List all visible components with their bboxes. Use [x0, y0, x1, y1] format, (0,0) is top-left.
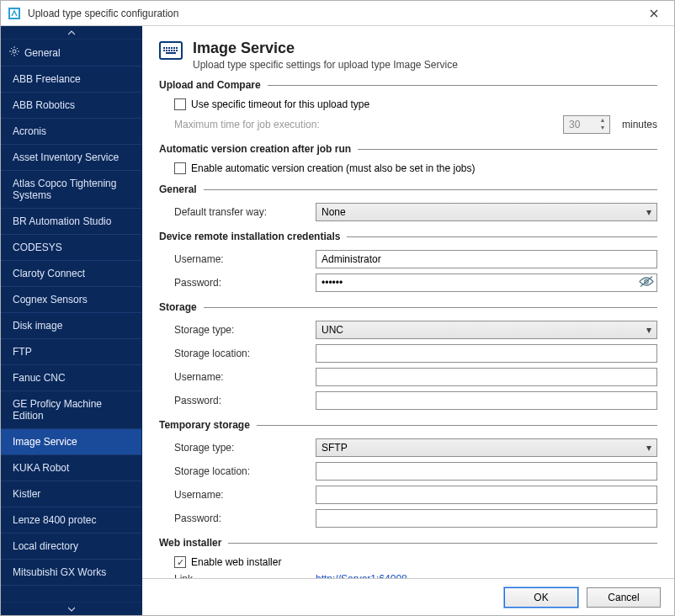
sidebar-item-label: Local directory — [13, 540, 78, 552]
sidebar-item-label: BR Automation Studio — [13, 215, 111, 227]
storage-type-select[interactable]: UNC▾ — [316, 321, 657, 339]
svg-rect-19 — [171, 50, 173, 51]
sidebar-item-label: Claroty Connect — [13, 268, 85, 279]
svg-line-9 — [11, 54, 12, 55]
chevron-up-icon — [68, 30, 75, 35]
sidebar-scroll-down[interactable] — [1, 602, 142, 615]
section-legend: Automatic version creation after job run — [159, 143, 351, 155]
section-legend: Storage — [159, 301, 197, 313]
sidebar-item-label: CODESYS — [13, 242, 62, 253]
checkbox-label: Use specific timeout for this upload typ… — [191, 98, 369, 110]
section-credentials: Device remote installation credentials U… — [159, 231, 657, 295]
spinner-down-icon[interactable]: ▼ — [596, 124, 609, 131]
sidebar-item-label: ABB Robotics — [13, 99, 75, 111]
transfer-way-label: Default transfer way: — [174, 206, 309, 218]
temp-storage-location-input[interactable] — [316, 462, 657, 481]
checkbox-label: Enable automatic version creation (must … — [191, 162, 476, 174]
keyboard-icon — [159, 41, 183, 60]
svg-rect-18 — [168, 50, 170, 51]
storage-type-label: Storage type: — [174, 324, 309, 336]
sidebar-item[interactable]: Cognex Sensors — [1, 287, 141, 313]
sidebar-item[interactable]: FTP — [1, 339, 141, 365]
section-temp-storage: Temporary storage Storage type: SFTP▾ St… — [159, 419, 657, 530]
temp-storage-username-label: Username: — [174, 489, 309, 501]
sidebar-item[interactable]: Mitsubishi GX Works — [1, 560, 141, 586]
password-input[interactable] — [316, 273, 657, 292]
sidebar-item[interactable]: Claroty Connect — [1, 261, 141, 287]
checkbox-label: Enable web installer — [191, 556, 281, 568]
use-specific-timeout-checkbox[interactable]: Use specific timeout for this upload typ… — [174, 98, 369, 110]
sidebar-item[interactable]: Kistler — [1, 481, 141, 507]
svg-rect-10 — [163, 47, 165, 49]
sidebar-item-image-service[interactable]: Image Service — [1, 429, 141, 455]
content: Image Service Upload type specific setti… — [142, 26, 674, 578]
window: Upload type specific configuration Gener… — [0, 0, 675, 616]
sidebar-item[interactable]: Acronis — [1, 119, 141, 145]
sidebar-item-label: Cognex Sensors — [13, 294, 88, 305]
main: Image Service Upload type specific setti… — [142, 26, 674, 615]
svg-rect-14 — [173, 47, 175, 49]
sidebar-item[interactable]: Fanuc CNC — [1, 365, 141, 391]
section-web-installer: Web installer ✓ Enable web installer Lin… — [159, 537, 657, 578]
sidebar-item[interactable]: Atlas Copco Tightening Systems — [1, 171, 141, 209]
temp-storage-type-label: Storage type: — [174, 442, 309, 454]
storage-username-input[interactable] — [316, 368, 657, 386]
storage-password-label: Password: — [174, 395, 309, 406]
svg-line-7 — [17, 54, 18, 55]
sidebar-item[interactable]: ABB Freelance — [1, 66, 141, 93]
section-general: General Default transfer way: None ▾ — [159, 183, 657, 224]
titlebar: Upload type specific configuration — [1, 1, 674, 26]
sidebar-item[interactable]: Lenze 8400 protec — [1, 507, 141, 534]
storage-location-input[interactable] — [316, 344, 657, 363]
sidebar-item-label: ABB Freelance — [13, 73, 81, 85]
timeout-stepper[interactable]: 30 ▲▼ — [563, 115, 610, 134]
sidebar-item[interactable]: BR Automation Studio — [1, 209, 141, 235]
password-label: Password: — [174, 277, 309, 289]
svg-rect-13 — [171, 47, 173, 49]
sidebar-item[interactable]: CODESYS — [1, 235, 141, 261]
username-input[interactable] — [316, 250, 657, 268]
close-button[interactable] — [637, 2, 671, 25]
sidebar-item[interactable]: GE Proficy Machine Edition — [1, 391, 141, 429]
chevron-down-icon — [68, 607, 75, 612]
transfer-way-select[interactable]: None ▾ — [316, 203, 657, 221]
eye-off-icon[interactable] — [639, 276, 654, 290]
enable-auto-version-checkbox[interactable]: Enable automatic version creation (must … — [174, 162, 476, 174]
sidebar-item-label: GE Proficy Machine Edition — [13, 398, 133, 422]
storage-username-label: Username: — [174, 371, 309, 383]
timeout-unit: minutes — [622, 119, 657, 130]
page-header: Image Service Upload type specific setti… — [159, 40, 657, 71]
sidebar: General ABB Freelance ABB Robotics Acron… — [1, 26, 142, 615]
sidebar-item[interactable]: Asset Inventory Service — [1, 145, 141, 171]
page-subtitle: Upload type specific settings for upload… — [193, 59, 458, 71]
svg-point-1 — [13, 50, 16, 53]
checkbox-icon — [174, 98, 186, 110]
sidebar-scroll-up[interactable] — [1, 26, 142, 40]
sidebar-item[interactable]: ABB Robotics — [1, 93, 141, 119]
svg-rect-15 — [176, 47, 178, 49]
sidebar-item[interactable]: Disk image — [1, 313, 141, 339]
cancel-button[interactable]: Cancel — [587, 587, 661, 608]
window-title: Upload type specific configuration — [28, 8, 637, 19]
ok-button[interactable]: OK — [504, 587, 578, 608]
enable-web-installer-checkbox[interactable]: ✓ Enable web installer — [174, 556, 281, 568]
username-label: Username: — [174, 253, 309, 265]
select-value: SFTP — [322, 442, 348, 454]
sidebar-item-general[interactable]: General — [1, 40, 141, 66]
sidebar-item[interactable]: Local directory — [1, 534, 141, 560]
sidebar-item-label: Image Service — [13, 436, 77, 448]
temp-storage-password-input[interactable] — [316, 509, 657, 528]
storage-location-label: Storage location: — [174, 348, 309, 359]
sidebar-item-label: Atlas Copco Tightening Systems — [13, 178, 133, 201]
sidebar-item-label: FTP — [13, 346, 32, 358]
svg-rect-17 — [166, 50, 167, 51]
svg-line-8 — [17, 48, 18, 49]
chevron-down-icon: ▾ — [641, 324, 651, 336]
sidebar-item[interactable]: KUKA Robot — [1, 455, 141, 481]
sidebar-items: General ABB Freelance ABB Robotics Acron… — [1, 40, 142, 602]
temp-storage-username-input[interactable] — [316, 486, 657, 504]
temp-storage-type-select[interactable]: SFTP▾ — [316, 438, 657, 457]
storage-password-input[interactable] — [316, 391, 657, 410]
spinner-up-icon[interactable]: ▲ — [596, 116, 609, 124]
svg-rect-22 — [166, 52, 176, 54]
